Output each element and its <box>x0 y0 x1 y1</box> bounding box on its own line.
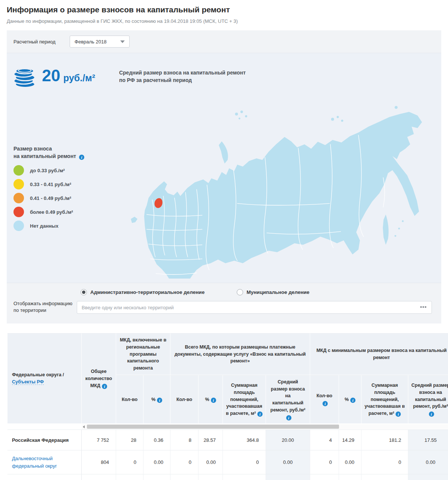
radio-administrative-division-label: Административно-территориальное деление <box>90 289 205 295</box>
legend-item: 0.41 - 0.49 руб./м² <box>13 193 107 203</box>
table-row: Российская Федерация 7 752 28 0.36 8 28.… <box>7 430 448 450</box>
scroll-left-icon[interactable] <box>83 425 85 428</box>
info-icon[interactable]: i <box>102 384 107 389</box>
column-header-qty: Кол-воi <box>310 375 339 424</box>
column-header-qty: Кол-во <box>116 375 143 424</box>
column-header-total-mkd: Общее количество МКДi <box>82 333 116 424</box>
row-link-far-eastern-district[interactable]: Дальневосточный федеральный округ <box>12 456 57 469</box>
info-icon[interactable]: i <box>211 398 216 403</box>
column-header-area: Суммарная площадь помещений, участвовавш… <box>223 375 266 424</box>
legend-item: 0.33 - 0.41 руб./м² <box>13 179 107 189</box>
period-select-value: Февраль 2018 <box>75 39 106 45</box>
info-icon[interactable]: i <box>157 398 162 403</box>
legend-swatch-nodata <box>13 221 24 231</box>
table-row: Дальневосточный федеральный округ 804 0 … <box>7 450 448 474</box>
legend-title: Размер взноса на капитальный ремонт i <box>13 145 107 160</box>
group-header-regional-programs: МКД, включенные в региональные программы… <box>116 333 170 375</box>
period-band: Расчетный период Февраль 2018 <box>7 30 441 53</box>
legend-item: Нет данных <box>13 221 107 231</box>
info-icon[interactable]: i <box>79 155 84 160</box>
info-icon[interactable]: i <box>257 411 263 417</box>
legend-swatch-green <box>13 165 24 176</box>
average-contribution-stat: 20 руб./м² Средний размер взноса на капи… <box>13 67 246 88</box>
territory-band: Административно-территориальное деление … <box>7 283 441 323</box>
table-row: Приволжский федеральный округ 1 064 8 0.… <box>7 474 448 480</box>
page-title: Информация о размере взносов на капиталь… <box>7 5 448 14</box>
period-select[interactable]: Февраль 2018 <box>70 36 130 48</box>
average-contribution-unit: руб./м² <box>63 73 95 83</box>
column-header-avg: Средний размер взноса на капитальный рем… <box>266 375 310 424</box>
coins-icon <box>13 67 36 88</box>
legend-swatch-red <box>13 207 24 217</box>
column-header-pct: %i <box>143 375 170 424</box>
page-subtitle: Данные по информации, размещенной в ГИС … <box>7 18 448 24</box>
period-label: Расчетный период <box>13 39 55 45</box>
subjects-rf-link[interactable]: Субъекты РФ <box>12 379 44 385</box>
regions-table: Федеральные округа / Субъекты РФ Общее к… <box>7 333 448 480</box>
group-header-payment-documents: Всего МКД, по которым размещены платежны… <box>170 333 310 375</box>
column-header-qty: Кол-во <box>170 375 199 424</box>
legend-swatch-orange <box>13 193 24 203</box>
radio-municipal-division[interactable] <box>237 289 243 295</box>
average-contribution-description: Средний размер взноса на капитальный рем… <box>119 69 246 84</box>
info-icon[interactable]: i <box>286 415 291 420</box>
territory-picker-icon[interactable] <box>420 306 426 308</box>
column-header-avg: Средний размер взноса на капитальный рем… <box>408 375 448 424</box>
russia-map[interactable] <box>112 91 437 279</box>
legend-swatch-yellow <box>13 179 24 189</box>
column-header-area: Суммарная площадь помещений, участвовавш… <box>361 375 408 424</box>
info-icon[interactable]: i <box>323 401 328 406</box>
map-legend: Размер взноса на капитальный ремонт i до… <box>13 145 107 231</box>
main-panel: Расчетный период Февраль 2018 20 руб./м² <box>7 30 441 323</box>
chevron-down-icon <box>120 40 125 43</box>
info-icon[interactable]: i <box>350 398 355 403</box>
column-header-region: Федеральные округа / Субъекты РФ <box>7 333 82 424</box>
group-header-minimal-contribution: МКД с минимальным размером взноса на кап… <box>310 333 448 375</box>
row-label-russia: Российская Федерация <box>7 430 82 450</box>
legend-item: более 0.49 руб./м² <box>13 207 107 217</box>
radio-municipal-division-label: Муниципальное деление <box>246 289 309 295</box>
legend-item: до 0.33 руб./м² <box>13 165 107 176</box>
horizontal-scrollbar[interactable] <box>82 424 448 429</box>
info-icon[interactable]: i <box>396 411 401 417</box>
map-band: 20 руб./м² Средний размер взноса на капи… <box>7 53 441 283</box>
info-icon[interactable]: i <box>429 411 434 417</box>
average-contribution-value: 20 <box>42 67 60 84</box>
column-header-pct: %i <box>339 375 361 424</box>
territory-input-label: Отображать информацию по территории <box>13 300 79 314</box>
column-header-pct: %i <box>199 375 223 424</box>
territory-search-input[interactable] <box>77 301 432 314</box>
radio-administrative-division[interactable] <box>81 289 87 295</box>
scrollbar-thumb[interactable] <box>87 425 339 429</box>
